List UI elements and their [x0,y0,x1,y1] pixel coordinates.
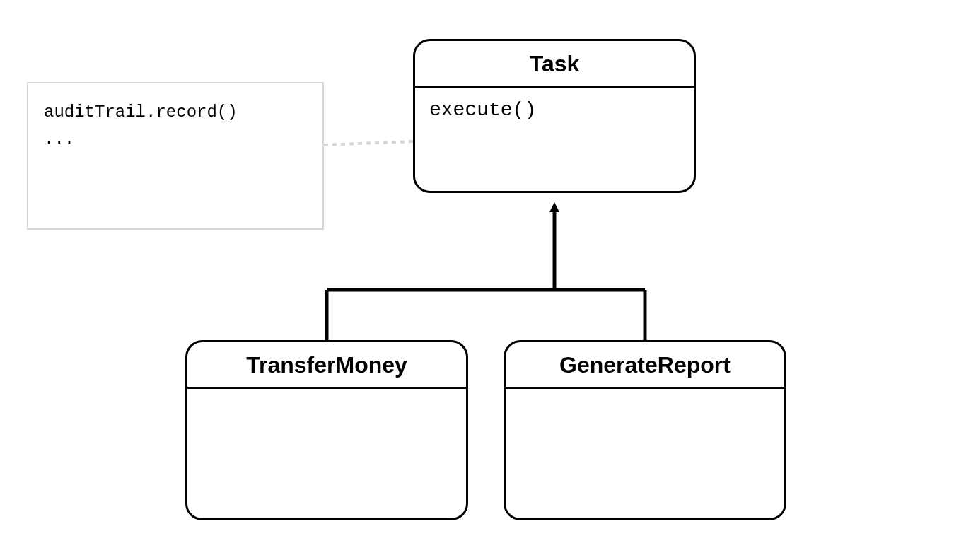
class-task-body: execute() [415,88,694,132]
class-transfer-money: TransferMoney [185,340,468,520]
class-generate-report-title: GenerateReport [506,342,784,389]
class-transfer-money-title: TransferMoney [187,342,466,389]
class-generate-report-body [506,389,784,431]
class-task: Task execute() [413,39,696,193]
note-box: auditTrail.record() ... [27,82,324,230]
note-line-1: auditTrail.record() [44,99,307,126]
note-connector [324,141,413,145]
class-generate-report: GenerateReport [504,340,786,520]
class-task-method: execute() [429,99,536,121]
class-transfer-money-body [187,389,466,431]
uml-diagram-canvas: auditTrail.record() ... Task execute() T… [0,0,966,560]
class-task-title: Task [415,41,694,88]
note-line-2: ... [44,126,307,153]
